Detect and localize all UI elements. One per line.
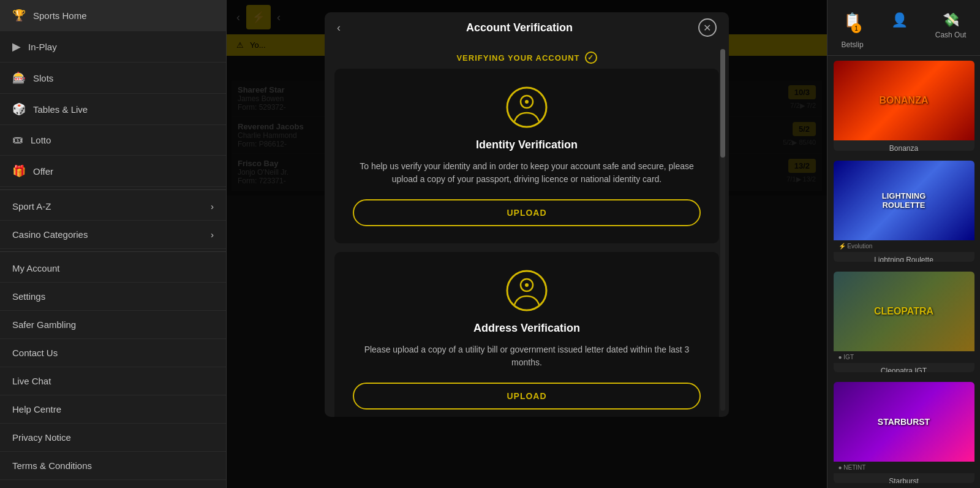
sidebar-item-live-chat[interactable]: Live Chat [0,367,226,395]
sidebar: 🏆 Sports Home ▶ In-Play 🎰 Slots 🎲 Tables… [0,0,227,488]
identity-verification-card: Identity Verification To help us verify … [334,69,719,243]
gift-icon: 🎁 [12,164,26,178]
sidebar-item-sports-home[interactable]: 🏆 Sports Home [0,0,226,31]
trophy-icon: 🏆 [12,9,26,22]
game-label-cleopatra: Cleopatra IGT [834,363,974,373]
sidebar-item-terms[interactable]: Terms & Conditions [0,452,226,480]
chevron-right-icon-2: › [211,229,214,240]
betslip-badge: 1 [851,23,861,33]
account-icon: 👤 [891,12,908,28]
close-icon: ✕ [703,22,711,34]
sidebar-item-offer[interactable]: 🎁 Offer [0,156,226,187]
game-thumbnail-bonanza: BONANZA [834,61,974,140]
right-top-bar: 📋 1 Betslip 👤 💸 Cash Out [827,6,980,56]
account-verification-modal: ‹ Account Verification ✕ VERIFYING YOUR … [325,12,729,417]
sidebar-item-slots[interactable]: 🎰 Slots [0,63,226,94]
modal-overlay: ‹ Account Verification ✕ VERIFYING YOUR … [227,0,827,488]
sidebar-item-privacy-notice[interactable]: Privacy Notice [0,424,226,452]
game-card-starburst[interactable]: STARBURST ● NETINT Starburst [834,382,974,483]
svg-point-2 [525,100,529,104]
sidebar-item-my-account[interactable]: My Account [0,254,226,283]
identity-icon [505,86,548,129]
netint-badge: ● NETINT [839,464,866,471]
address-card-desc: Please upload a copy of a utility bill o… [353,343,701,369]
sidebar-item-help-centre[interactable]: Help Centre [0,395,226,424]
address-upload-button[interactable]: UPLOAD [353,383,701,410]
play-icon: ▶ [12,40,21,53]
main-content: ‹ ⚡ ‹ ⚠ Yo... Shareef Star James Bowen F… [227,0,827,488]
cashout-nav-item[interactable]: 💸 Cash Out [935,12,967,49]
modal-back-button[interactable]: ‹ [337,21,341,34]
igt-badge: ● IGT [839,354,854,360]
game-thumbnail-cleopatra: CLEOPATRA [834,272,974,351]
game-card-bonanza[interactable]: BONANZA Bonanza [834,61,974,151]
right-panel: 📋 1 Betslip 👤 💸 Cash Out BONANZA Bonanza… [827,0,980,488]
sidebar-divider-1 [0,189,226,190]
game-label-bonanza: Bonanza [834,140,974,151]
address-card-title: Address Verification [353,322,701,335]
identity-card-desc: To help us verify your identity and in o… [353,160,701,186]
sidebar-item-sport-az[interactable]: Sport A-Z › [0,193,226,221]
slots-icon: 🎰 [12,71,26,85]
modal-close-button[interactable]: ✕ [698,18,717,37]
sidebar-item-contact-us[interactable]: Contact Us [0,339,226,367]
ticket-icon: 🎟 [12,134,23,147]
sidebar-item-casino-categories[interactable]: Casino Categories › [0,221,226,249]
identity-card-title: Identity Verification [353,139,701,151]
address-verification-card: Address Verification Please upload a cop… [334,252,719,417]
check-circle-icon: ✓ [585,51,597,64]
address-icon [505,269,548,312]
identity-upload-button[interactable]: UPLOAD [353,199,701,226]
sidebar-item-lotto[interactable]: 🎟 Lotto [0,125,226,156]
modal-body: Identity Verification To help us verify … [325,69,729,417]
game-thumbnail-lightning: LIGHTNINGROULETTE [834,161,974,240]
sidebar-item-safer-gambling[interactable]: Safer Gambling [0,311,226,339]
evolution-badge: ⚡ Evolution [839,243,873,250]
modal-title: Account Verification [466,21,573,34]
cashout-icon: 💸 [943,12,959,28]
sidebar-item-settings[interactable]: Settings [0,283,226,311]
chevron-right-icon: › [211,201,214,212]
sidebar-item-in-play[interactable]: ▶ In-Play [0,31,226,63]
svg-point-5 [525,283,529,287]
betslip-nav-item[interactable]: 📋 1 Betslip [842,12,864,49]
dice-icon: 🎲 [12,102,26,116]
sidebar-divider-2 [0,251,226,252]
modal-title-bar: ‹ Account Verification ✕ [325,12,729,43]
account-nav-item[interactable]: 👤 [891,12,908,49]
modal-section-title: VERIFYING YOUR ACCOUNT ✓ [325,43,729,69]
game-thumbnail-starburst: STARBURST [834,382,974,462]
game-label-starburst: Starburst [834,473,974,483]
game-card-lightning[interactable]: LIGHTNINGROULETTE ⚡ Evolution Lightning … [834,161,974,262]
game-card-cleopatra[interactable]: CLEOPATRA ● IGT Cleopatra IGT [834,272,974,373]
sidebar-item-tables-live[interactable]: 🎲 Tables & Live [0,94,226,125]
game-label-lightning: Lightning Roulette [834,252,974,262]
